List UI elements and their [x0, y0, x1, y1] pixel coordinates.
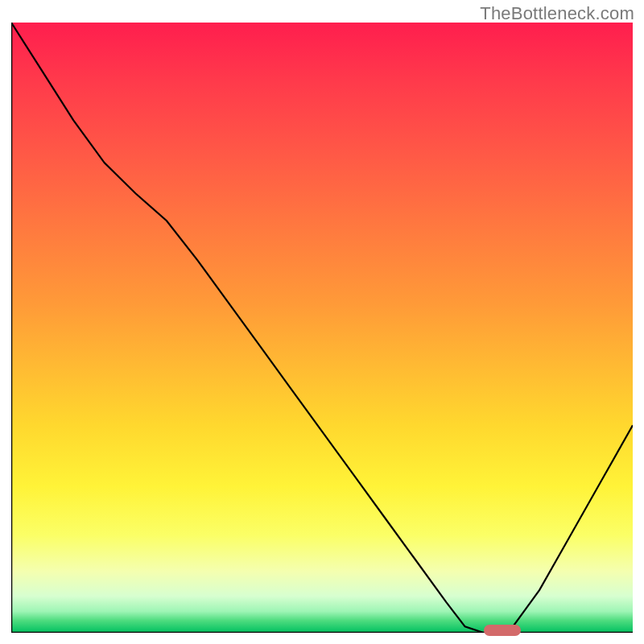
optimum-marker [484, 625, 521, 636]
watermark-text: TheBottleneck.com [480, 3, 634, 24]
chart-container: TheBottleneck.com [0, 0, 644, 644]
bottleneck-curve [11, 23, 633, 633]
